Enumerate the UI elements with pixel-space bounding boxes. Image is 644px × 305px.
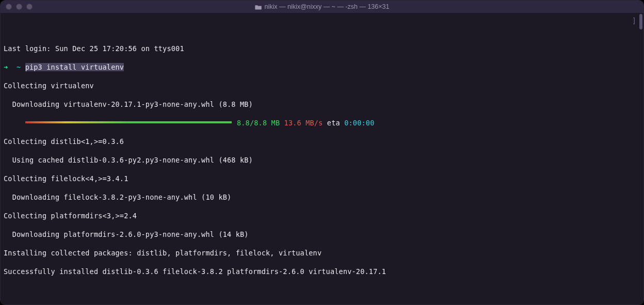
progress-eta-label: eta [327, 119, 340, 127]
prompt-cwd: ~ [17, 63, 21, 71]
output-line: Downloading platformdirs-2.6.0-py3-none-… [4, 230, 640, 239]
output-line: Downloading virtualenv-20.17.1-py3-none-… [4, 100, 640, 109]
output-line: Collecting virtualenv [4, 81, 640, 90]
output-line: Successfully installed distlib-0.3.6 fil… [4, 267, 640, 276]
output-line: Collecting filelock<4,>=3.4.1 [4, 174, 640, 183]
progress-eta: 0:00:00 [344, 119, 374, 127]
folder-icon [255, 4, 262, 9]
terminal-body[interactable]: ] Last login: Sun Dec 25 17:20:56 on tty… [1, 13, 643, 304]
titlebar[interactable]: nikix — nikix@nixxy — ~ — -zsh — 136×31 [1, 1, 643, 13]
entered-command: pip3 install virtualenv [25, 63, 124, 71]
output-line: Installing collected packages: distlib, … [4, 248, 640, 258]
window-title: nikix — nikix@nixxy — ~ — -zsh — 136×31 [1, 2, 643, 11]
progress-bytes: 8.8/8.8 MB [237, 119, 280, 127]
scrollbar-thumb[interactable] [639, 14, 642, 29]
progress-bar [25, 121, 232, 123]
terminal-window: nikix — nikix@nixxy — ~ — -zsh — 136×31 … [0, 0, 644, 305]
output-line: Using cached distlib-0.3.6-py2.py3-none-… [4, 155, 640, 165]
output-line: Downloading filelock-3.8.2-py3-none-any.… [4, 192, 640, 202]
output-line: Collecting platformdirs<3,>=2.4 [4, 211, 640, 220]
prompt-arrow-icon: ➜ [4, 63, 8, 71]
pane-marker: ] [632, 16, 636, 25]
blank-line [4, 285, 640, 295]
progress-line: 8.8/8.8 MB 13.6 MB/s eta 0:00:00 [4, 118, 640, 127]
window-title-text: nikix — nikix@nixxy — ~ — -zsh — 136×31 [265, 2, 390, 11]
last-login-line: Last login: Sun Dec 25 17:20:56 on ttys0… [4, 44, 640, 53]
prompt-line-1: ➜ ~ pip3 install virtualenv [4, 62, 640, 72]
output-line: Collecting distlib<1,>=0.3.6 [4, 137, 640, 146]
notice-line-1: [notice] A new release of pip available:… [4, 304, 640, 304]
progress-speed: 13.6 MB/s [284, 119, 323, 127]
